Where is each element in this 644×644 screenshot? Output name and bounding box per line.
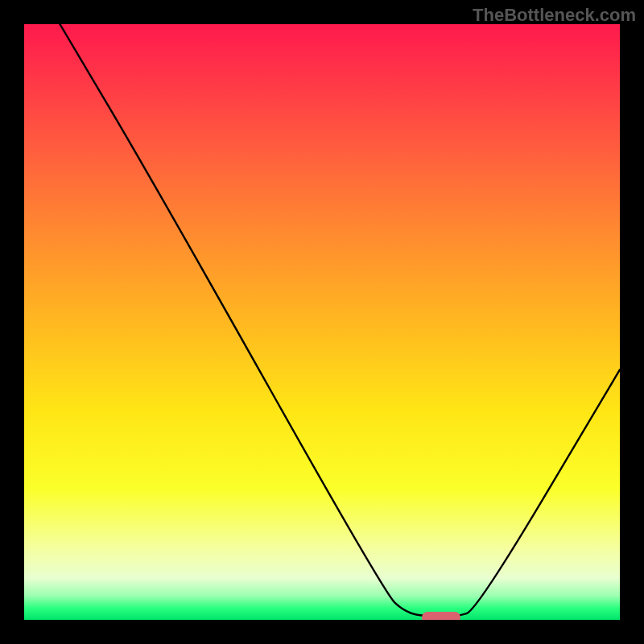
curve-svg bbox=[24, 24, 620, 620]
bottleneck-curve bbox=[60, 24, 620, 617]
plot-area bbox=[24, 24, 620, 620]
optimal-marker bbox=[422, 612, 460, 620]
watermark-text: TheBottleneck.com bbox=[473, 5, 636, 26]
